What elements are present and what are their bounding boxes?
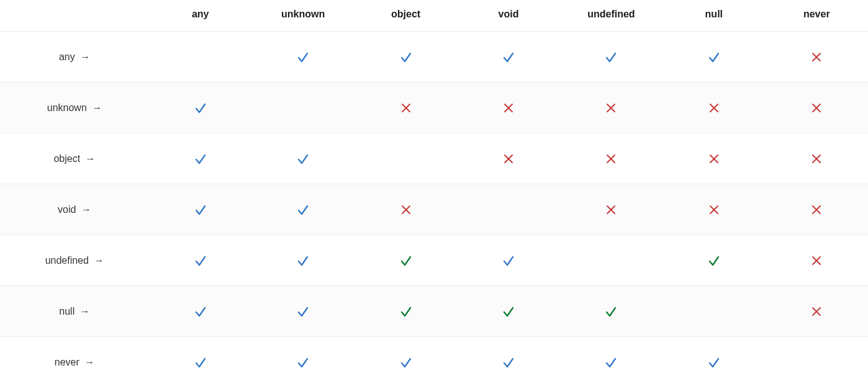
table-cell	[766, 286, 868, 337]
check-blue-icon	[194, 254, 207, 267]
check-blue-icon	[604, 50, 618, 64]
row-header: unknown →	[0, 83, 149, 133]
cross-red-icon	[707, 203, 721, 217]
table-cell	[251, 32, 354, 83]
check-blue-icon	[399, 50, 413, 64]
check-blue-icon	[194, 101, 207, 115]
check-blue-icon	[707, 50, 721, 64]
table-cell	[251, 235, 354, 286]
table-cell	[662, 184, 765, 235]
check-green-icon	[502, 305, 515, 318]
table-cell	[149, 286, 251, 337]
check-blue-icon	[296, 254, 310, 267]
cross-red-icon	[502, 101, 515, 115]
table-cell	[457, 83, 559, 133]
table-cell	[766, 133, 868, 184]
check-blue-icon	[296, 152, 310, 166]
check-blue-icon	[296, 305, 310, 318]
table-cell	[560, 133, 662, 184]
table-cell	[457, 184, 559, 235]
table-cell	[560, 235, 662, 286]
col-header: null	[662, 0, 765, 32]
table-row: never →	[0, 337, 868, 387]
cross-red-icon	[707, 101, 721, 115]
cross-red-icon	[810, 50, 823, 64]
table-cell	[560, 184, 662, 235]
check-green-icon	[399, 305, 413, 318]
row-header-label: any	[59, 52, 75, 62]
cross-red-icon	[604, 152, 618, 166]
table-cell	[457, 337, 559, 387]
table-row: object →	[0, 133, 868, 184]
arrow-icon: →	[80, 306, 90, 316]
row-header-label: never	[55, 357, 79, 367]
col-header: unknown	[251, 0, 354, 32]
check-blue-icon	[296, 203, 310, 217]
table-cell	[251, 184, 354, 235]
table-cell	[355, 184, 457, 235]
col-header: undefined	[560, 0, 662, 32]
cross-red-icon	[810, 203, 823, 217]
table-row: null →	[0, 286, 868, 337]
table-cell	[662, 133, 765, 184]
row-header-label: void	[58, 204, 76, 215]
table-cell	[355, 286, 457, 337]
table-cell	[149, 235, 251, 286]
check-blue-icon	[399, 356, 413, 369]
check-blue-icon	[502, 254, 515, 267]
table-cell	[457, 32, 559, 83]
table-cell	[457, 286, 559, 337]
cross-red-icon	[707, 152, 721, 166]
cross-red-icon	[810, 254, 823, 267]
type-assignability-table: any unknown object void undefined null n…	[0, 0, 868, 386]
table-cell	[766, 184, 868, 235]
arrow-icon: →	[80, 52, 90, 62]
cross-red-icon	[399, 101, 413, 115]
table-cell	[766, 337, 868, 387]
arrow-icon: →	[81, 204, 91, 215]
cross-red-icon	[399, 203, 413, 217]
table-body: any →unknown →object →void →undefined →n…	[0, 32, 868, 387]
table-cell	[355, 337, 457, 387]
table-cell	[149, 83, 251, 133]
row-header-label: null	[59, 306, 75, 316]
check-blue-icon	[296, 356, 310, 369]
col-header: object	[355, 0, 457, 32]
table-cell	[560, 337, 662, 387]
col-header: any	[149, 0, 251, 32]
arrow-icon: →	[86, 153, 96, 164]
table-cell	[662, 235, 765, 286]
check-blue-icon	[707, 356, 721, 369]
row-header-label: object	[53, 153, 80, 164]
table-cell	[251, 286, 354, 337]
table-cell	[149, 184, 251, 235]
row-header: void →	[0, 184, 149, 235]
row-header: null →	[0, 286, 149, 337]
cross-red-icon	[604, 203, 618, 217]
row-header: any →	[0, 32, 149, 83]
table-cell	[457, 235, 559, 286]
row-header: never →	[0, 337, 149, 387]
cross-red-icon	[810, 152, 823, 166]
cross-red-icon	[502, 152, 515, 166]
table-cell	[560, 32, 662, 83]
table-row: void →	[0, 184, 868, 235]
table-cell	[149, 32, 251, 83]
table-cell	[457, 133, 559, 184]
table-cell	[251, 337, 354, 387]
table-cell	[662, 83, 765, 133]
check-blue-icon	[502, 50, 515, 64]
row-header-label: undefined	[45, 255, 89, 266]
table-cell	[560, 286, 662, 337]
table-cell	[149, 133, 251, 184]
cross-red-icon	[604, 101, 618, 115]
check-blue-icon	[604, 356, 618, 369]
check-green-icon	[604, 305, 618, 318]
table-cell	[766, 32, 868, 83]
table-row: any →	[0, 32, 868, 83]
table-cell	[766, 83, 868, 133]
table-cell	[662, 286, 765, 337]
check-blue-icon	[194, 305, 207, 318]
check-blue-icon	[194, 356, 207, 369]
table-cell	[662, 32, 765, 83]
